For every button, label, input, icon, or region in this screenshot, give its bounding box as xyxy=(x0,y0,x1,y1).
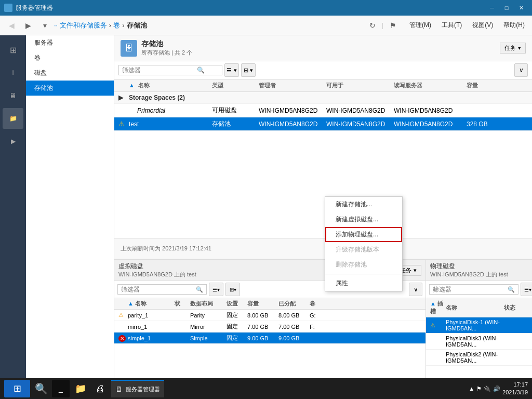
simple-error-icon: ✕ xyxy=(118,335,128,341)
context-menu-item-new-pool[interactable]: 新建存储池... xyxy=(325,197,402,212)
context-menu-item-properties[interactable]: 属性 xyxy=(325,276,402,291)
sidebar-item-disks[interactable]: 磁盘 xyxy=(26,65,114,81)
dropdown-button[interactable]: ▾ xyxy=(37,18,52,33)
all-servers-icon[interactable]: 🖥 xyxy=(3,85,23,106)
taskbar-printer-icon[interactable]: 🖨 xyxy=(91,380,109,397)
vdisk-filter-box: 🔍 xyxy=(117,284,207,295)
close-button[interactable]: ✕ xyxy=(514,3,528,13)
breadcrumb-item-pool[interactable]: 存储池 xyxy=(127,21,147,30)
menu-manage[interactable]: 管理(M) xyxy=(406,19,434,32)
vdisk-row-parity[interactable]: ⚠ parity_1 Parity 固定 8.00 GB 8.00 GB G: xyxy=(114,310,425,321)
sidebar-item-server[interactable]: 服务器 xyxy=(26,35,114,50)
vdisk-filter-input[interactable] xyxy=(121,286,194,293)
app-icon xyxy=(4,4,12,12)
tray-speaker-icon[interactable]: 🔊 xyxy=(493,385,500,392)
menu-view[interactable]: 视图(V) xyxy=(469,19,496,32)
back-button[interactable]: ◀ xyxy=(4,18,19,33)
taskbar-cmd-icon[interactable]: _ xyxy=(52,380,70,397)
time-display[interactable]: 17:17 2021/3/19 xyxy=(502,381,528,397)
sidebar: 服务器 卷 磁盘 存储池 xyxy=(26,35,114,378)
row-server-test: WIN-IGMD5AN8G2D xyxy=(394,121,467,128)
group-button[interactable]: ⊞ ▾ xyxy=(241,63,256,77)
row-manager-primordial: WIN-IGMD5AN8G2D xyxy=(259,107,326,114)
sort-arrow-icon: ▲ xyxy=(129,82,135,88)
table-row[interactable]: Primordial 可用磁盘 WIN-IGMD5AN8G2D WIN-IGMD… xyxy=(114,104,532,117)
flag-button[interactable]: ⚑ xyxy=(385,18,400,33)
context-menu-item-delete: 删除存储池 xyxy=(325,257,402,272)
vdisk-view-button[interactable]: ☰▾ xyxy=(209,283,223,296)
vdisk-panel-subtitle: WIN-IGMD5AN8G2D 上的 test xyxy=(118,271,196,278)
windows-icon: ⊞ xyxy=(14,383,21,394)
row-available-test: WIN-IGMD5AN8G2D xyxy=(326,121,394,128)
pdisk-row-1[interactable]: ⚠ PhysicalDisk-1 (WIN-IGMD5AN... 99.3 GB xyxy=(426,317,532,334)
files-icon[interactable]: 📁 xyxy=(3,108,23,129)
context-menu-item-add-disk[interactable]: 添加物理磁盘... xyxy=(325,227,402,242)
expand-icon[interactable]: ▶ xyxy=(3,131,23,152)
vdisk-expand-button[interactable]: ∨ xyxy=(409,283,422,296)
view-options-button[interactable]: ☰ ▾ xyxy=(224,63,239,77)
vdisk-search-icon: 🔍 xyxy=(196,286,203,293)
dashboard-icon[interactable]: ⊞ xyxy=(3,39,23,60)
status-text: 上次刷新时间为 2021/3/19 17:12:41 xyxy=(121,245,211,252)
row-name-test: test xyxy=(129,121,212,128)
pdisk-panel-title: 物理磁盘 xyxy=(430,262,508,271)
refresh-button[interactable]: ↻ xyxy=(365,18,380,33)
pool-subtitle: 所有存储池 | 共 2 个 xyxy=(141,49,192,57)
row-type-test: 存储池 xyxy=(212,119,259,128)
taskbar-folder-icon[interactable]: 📁 xyxy=(72,380,89,397)
pdisk-table-body: ⚠ PhysicalDisk-1 (WIN-IGMD5AN... 99.3 GB… xyxy=(426,317,532,378)
pool-title: 存储池 xyxy=(141,39,192,49)
pdisk1-warning-icon: ⚠ xyxy=(430,322,446,329)
pdisk-row-2[interactable]: PhysicalDisk2 (WIN-IGMD5AN... 109 GB xyxy=(426,350,532,366)
group-header-storage-spaces[interactable]: ▶ Storage Spaces (2) xyxy=(114,92,532,104)
expand-collapse-button[interactable]: ∨ xyxy=(514,63,528,77)
tray-arrow-icon[interactable]: ▲ xyxy=(469,385,474,392)
taskbar-app-server-manager[interactable]: 🖥 服务器管理器 xyxy=(111,380,164,397)
tray-flag-icon[interactable]: ⚑ xyxy=(476,385,482,392)
minimize-button[interactable]: ─ xyxy=(485,3,499,13)
local-server-icon[interactable]: i xyxy=(3,62,23,83)
pdisk-panel: 物理磁盘 WIN-IGMD5AN8G2D 上的 test 任务 ▾ 🔍 ☰▾ xyxy=(426,260,532,378)
tasks-button[interactable]: 任务 ▾ xyxy=(500,43,526,54)
sidebar-item-volumes[interactable]: 卷 xyxy=(26,50,114,65)
vdisk-row-simple[interactable]: ✕ simple_1 Simple 固定 9.00 GB 9.00 GB xyxy=(114,332,425,344)
breadcrumb-item-files[interactable]: ·· 文件和存储服务 xyxy=(54,21,107,30)
taskbar-explorer-icon[interactable]: 🔍 xyxy=(32,380,50,397)
forward-button[interactable]: ▶ xyxy=(21,18,35,33)
vdisk-row-mirror[interactable]: mirro_1 Mirror 固定 7.00 GB 7.00 GB F: xyxy=(114,321,425,332)
pdisk-view-button[interactable]: ☰▾ xyxy=(521,283,532,296)
menu-help[interactable]: 帮助(H) xyxy=(500,19,528,32)
filter-input[interactable] xyxy=(122,66,195,74)
start-button[interactable]: ⊞ xyxy=(4,380,30,397)
menu-tools[interactable]: 工具(T) xyxy=(438,19,465,32)
pool-icon: 🗄 xyxy=(121,40,137,57)
group-name: Storage Spaces (2) xyxy=(129,94,212,101)
table-body: ▶ Storage Spaces (2) Primordial 可用磁盘 WIN… xyxy=(114,92,532,238)
context-menu-item-new-vdisk[interactable]: 新建虚拟磁盘... xyxy=(325,212,402,227)
parity-warning-icon: ⚠ xyxy=(118,312,128,318)
server-manager-app-icon: 🖥 xyxy=(115,385,123,393)
taskbar: ⊞ 🔍 _ 📁 🖨 🖥 服务器管理器 ▲ ⚑ 🔌 🔊 17:17 2021/3/… xyxy=(0,378,532,399)
context-menu-separator xyxy=(325,274,402,274)
table-row[interactable]: ⚠ test 存储池 WIN-IGMD5AN8G2D WIN-IGMD5AN8G… xyxy=(114,117,532,131)
pdisk-filter-input[interactable] xyxy=(433,286,506,293)
clock-date: 2021/3/19 xyxy=(502,389,528,396)
sidebar-item-pools[interactable]: 存储池 xyxy=(26,81,114,96)
tray-network-icon[interactable]: 🔌 xyxy=(484,385,491,392)
pdisk-row-3[interactable]: PhysicalDisk3 (WIN-IGMD5AN... 119 GB xyxy=(426,334,532,350)
clock-time: 17:17 xyxy=(502,381,528,389)
menu-actions: 管理(M) 工具(T) 视图(V) 帮助(H) xyxy=(406,19,528,32)
search-icon: 🔍 xyxy=(197,66,205,74)
menu-bar: ◀ ▶ ▾ ·· 文件和存储服务 › 卷 › 存储池 ↻ | ⚑ 管理(M) 工… xyxy=(0,16,532,35)
group-expand-icon: ▶ xyxy=(118,94,129,101)
server-manager-app-label: 服务器管理器 xyxy=(126,385,160,393)
bottom-panels: 虚拟磁盘 WIN-IGMD5AN8G2D 上的 test 任务 ▾ 🔍 ☰▾ xyxy=(114,259,532,378)
pdisk-filter-box: 🔍 xyxy=(429,284,518,295)
filter-toolbar: 🔍 ☰ ▾ ⊞ ▾ ∨ xyxy=(114,61,532,79)
breadcrumb-item-volumes[interactable]: 卷 xyxy=(113,21,120,30)
vdisk-group-button[interactable]: ⊞▾ xyxy=(225,283,240,296)
warning-icon: ⚠ xyxy=(118,120,129,128)
row-server-primordial: WIN-IGMD5AN8G2D xyxy=(394,107,467,114)
maximize-button[interactable]: □ xyxy=(500,3,513,13)
system-tray: ▲ ⚑ 🔌 🔊 xyxy=(469,385,500,392)
